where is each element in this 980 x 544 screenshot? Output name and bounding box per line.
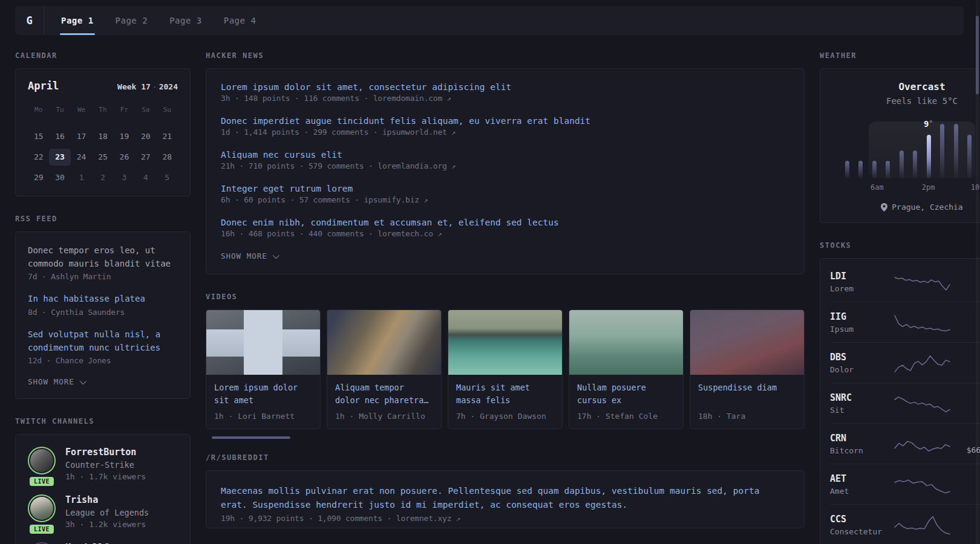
chevron-down-icon xyxy=(79,378,86,384)
video-card[interactable]: Nullam posuere cursus ex 17h · Stefan Co… xyxy=(569,309,684,429)
avatar xyxy=(30,497,53,520)
tab-page-1[interactable]: Page 1 xyxy=(61,6,94,35)
weather-time-label: 2pm xyxy=(922,183,935,192)
hn-story-meta[interactable]: 3h · 148 points · 116 comments · loremdo… xyxy=(221,94,789,103)
video-title[interactable]: Suspendisse diam xyxy=(698,381,796,407)
calendar-day[interactable]: 30 xyxy=(49,169,70,186)
twitch-channel-name[interactable]: ForrestBurton xyxy=(65,447,146,458)
calendar-day[interactable]: 16 xyxy=(49,128,70,145)
stock-sparkline xyxy=(893,513,951,537)
calendar-day[interactable]: 25 xyxy=(92,149,113,166)
weather-bar xyxy=(900,151,904,178)
calendar-day[interactable]: 24 xyxy=(71,149,92,166)
calendar-day[interactable]: 4 xyxy=(135,169,156,186)
video-card[interactable]: Mauris sit amet massa felis 7h · Grayson… xyxy=(448,309,563,429)
calendar-day[interactable]: 28 xyxy=(157,149,178,166)
weekday-label: Fr xyxy=(114,104,135,116)
twitch-channel-name[interactable]: Trisha xyxy=(65,494,149,505)
twitch-channel-row[interactable]: LIVE ForrestBurton Counter-Strike 1h · 1… xyxy=(28,447,178,481)
weather-location[interactable]: Prague, Czechia xyxy=(831,202,980,212)
weather-widget: WEATHER Overcast Feels like 5°C 9° 6am2p… xyxy=(820,51,980,223)
rss-show-more-button[interactable]: SHOW MORE xyxy=(28,377,178,386)
videos-section-title: VIDEOS xyxy=(206,293,805,301)
hn-story-title[interactable]: Donec imperdiet augue tincidunt felis al… xyxy=(221,116,789,126)
video-title[interactable]: Mauris sit amet massa felis xyxy=(456,381,554,407)
hn-story-title[interactable]: Integer eget rutrum lorem xyxy=(221,184,789,193)
weather-bar xyxy=(886,161,890,178)
video-title[interactable]: Lorem ipsum dolor sit amet consectetu… xyxy=(214,381,312,407)
subreddit-post-meta[interactable]: 19h · 9,932 points · 1,090 comments · lo… xyxy=(221,514,789,523)
video-title[interactable]: Nullam posuere cursus ex xyxy=(577,381,675,407)
calendar-day[interactable]: 20 xyxy=(135,128,156,145)
calendar-day[interactable]: 26 xyxy=(114,149,135,166)
rss-item-title[interactable]: In hac habitasse platea xyxy=(28,293,178,306)
tab-page-3[interactable]: Page 3 xyxy=(169,6,202,35)
stocks-widget: STOCKS LDILorem+4.35%$795.18IIGIpsum+2.8… xyxy=(820,241,980,544)
stock-name: Consectetur xyxy=(830,527,890,536)
external-link-icon: ↗ xyxy=(447,94,451,103)
weather-bar xyxy=(872,161,877,178)
calendar-day[interactable]: 3 xyxy=(114,169,135,186)
calendar-day[interactable]: 1 xyxy=(71,169,92,186)
subreddit-post-title[interactable]: Maecenas mollis pulvinar erat non posuer… xyxy=(221,484,789,512)
left-column: CALENDAR April Week 17·2024 Mo Tu We Th … xyxy=(15,51,191,544)
stock-row[interactable]: AETAmet+0.92%$499.72 xyxy=(830,464,980,504)
video-card[interactable]: Suspendisse diam 18h · Tara xyxy=(690,309,805,429)
calendar-day[interactable]: 17 xyxy=(71,128,92,145)
twitch-section-title: TWITCH CHANNELS xyxy=(15,417,191,426)
stock-row[interactable]: SNRCSit+1.36%$148.64 xyxy=(830,383,980,423)
calendar-year: 2024 xyxy=(159,82,178,91)
calendar-day[interactable]: 5 xyxy=(157,169,178,186)
calendar-day[interactable]: 29 xyxy=(28,169,49,186)
stock-ticker: CCS xyxy=(830,514,890,525)
tab-page-4[interactable]: Page 4 xyxy=(224,6,256,35)
twitch-category[interactable]: League of Legends xyxy=(65,508,149,517)
hn-story-title[interactable]: Aliquam nec cursus elit xyxy=(221,150,789,160)
video-card[interactable]: Aliquam tempor dolor nec pharetra… 1h · … xyxy=(327,309,442,429)
weather-bar xyxy=(845,161,849,178)
carousel-scrollbar-thumb[interactable] xyxy=(212,436,290,439)
hn-story-title[interactable]: Donec enim nibh, condimentum et accumsan… xyxy=(221,218,789,227)
twitch-category[interactable]: Counter-Strike xyxy=(65,460,146,470)
degree-symbol: ° xyxy=(929,119,933,127)
stock-row[interactable]: CRNBitcorn-1.00%$66,171.48 xyxy=(830,423,980,464)
page-scrollbar-thumb[interactable] xyxy=(976,16,979,94)
hn-story-meta[interactable]: 1d · 1,414 points · 299 comments · ipsum… xyxy=(221,128,789,137)
calendar-day[interactable]: 27 xyxy=(135,149,156,166)
rss-item-title[interactable]: Donec tempor eros leo, ut commodo mauris… xyxy=(28,244,178,270)
top-nav: G Page 1 Page 2 Page 3 Page 4 xyxy=(15,6,964,35)
rss-item-title[interactable]: Sed volutpat nulla nisl, a condimentum n… xyxy=(28,328,178,354)
calendar-day[interactable]: 19 xyxy=(114,128,135,145)
weather-bar xyxy=(858,161,863,178)
stock-row[interactable]: CCSConsectetur+0.51%$165.84 xyxy=(830,504,980,544)
weather-section-title: WEATHER xyxy=(820,51,980,60)
video-thumbnail xyxy=(569,310,683,375)
stock-row[interactable]: IIGIpsum+2.84%$42.04 xyxy=(830,302,980,342)
stock-ticker: AET xyxy=(830,473,890,484)
calendar-day[interactable]: 23 xyxy=(49,149,70,166)
calendar-day[interactable]: 21 xyxy=(157,128,178,145)
hn-story-title[interactable]: Lorem ipsum dolor sit amet, consectetur … xyxy=(221,82,789,92)
calendar-day[interactable]: 2 xyxy=(92,169,113,186)
stock-info: CRNBitcorn xyxy=(830,433,890,455)
external-link-icon: ↗ xyxy=(456,514,460,523)
hn-story-meta[interactable]: 6h · 60 points · 57 comments · ipsumify.… xyxy=(221,195,789,204)
twitch-channel-row[interactable]: LIVE Trisha League of Legends 3h · 1.2k … xyxy=(28,494,178,529)
hn-story-meta[interactable]: 21h · 710 points · 579 comments · loreml… xyxy=(221,161,789,170)
calendar-day[interactable]: 15 xyxy=(28,128,49,145)
tab-page-2[interactable]: Page 2 xyxy=(116,6,148,35)
page-scrollbar[interactable] xyxy=(976,0,979,544)
calendar-day[interactable]: 22 xyxy=(28,149,49,166)
stock-name: Bitcorn xyxy=(830,446,890,455)
calendar-day[interactable]: 18 xyxy=(92,128,113,145)
weather-time-label: 6am xyxy=(871,183,884,192)
video-title[interactable]: Aliquam tempor dolor nec pharetra… xyxy=(335,381,433,407)
hn-show-more-button[interactable]: SHOW MORE xyxy=(221,251,789,261)
hn-story-meta[interactable]: 16h · 468 points · 440 comments · loremt… xyxy=(221,229,789,238)
twitch-avatar-wrap: LIVE xyxy=(28,494,56,529)
video-card[interactable]: Lorem ipsum dolor sit amet consectetu… 1… xyxy=(206,309,321,429)
stock-row[interactable]: LDILorem+4.35%$795.18 xyxy=(830,262,980,302)
stock-row[interactable]: DBSDolor+1.42%$156.28 xyxy=(830,342,980,383)
app-logo[interactable]: G xyxy=(15,6,44,35)
external-link-icon: ↗ xyxy=(451,128,456,137)
